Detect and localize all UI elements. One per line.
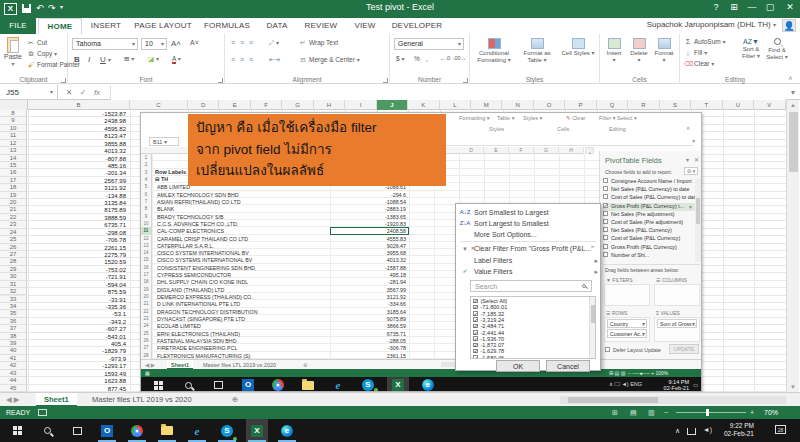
horizontal-scroll-thumb[interactable] [568, 397, 658, 403]
page-layout-view-icon[interactable]: ▤ [630, 406, 637, 419]
skype-icon[interactable]: S [216, 419, 238, 442]
row-header-40[interactable]: 40 [0, 347, 27, 354]
zoom-slider[interactable] [676, 412, 746, 413]
row-header-19[interactable]: 19 [0, 192, 27, 199]
scroll-up-icon[interactable]: ▲ [787, 100, 799, 110]
cell-value[interactable]: 8123.47 [30, 133, 126, 139]
row-header-9[interactable]: 9 [0, 117, 27, 124]
row-header-11[interactable]: 11 [0, 132, 27, 139]
task-view-icon[interactable] [66, 419, 88, 442]
cell-value[interactable]: -201.34 [30, 170, 126, 176]
column-header-E[interactable]: E [219, 100, 250, 110]
cell-value[interactable]: 1593.49 [30, 371, 126, 377]
column-header-S[interactable]: S [660, 100, 691, 110]
row-header-24[interactable]: 24 [0, 229, 27, 236]
column-header-I[interactable]: I [345, 100, 376, 110]
orientation-button[interactable]: ⤢ ▾ [269, 39, 279, 47]
vertical-scroll-thumb[interactable] [789, 112, 798, 172]
row-header-33[interactable]: 33 [0, 296, 27, 303]
formula-input[interactable] [110, 85, 786, 100]
column-header-M[interactable]: M [471, 100, 502, 110]
cell-value[interactable]: -1829.79 [30, 348, 126, 354]
search-icon[interactable] [36, 419, 58, 442]
zoom-slider-thumb[interactable] [706, 409, 709, 416]
cell-value[interactable]: -706.78 [30, 237, 126, 243]
cell-value[interactable]: -594.04 [30, 282, 126, 288]
vertical-scrollbar[interactable]: ▲ ▼ [786, 100, 799, 392]
row-header-43[interactable]: 43 [0, 370, 27, 377]
cell-value[interactable]: 2438.98 [30, 118, 126, 124]
expand-formula-bar-icon[interactable]: ▾ [786, 85, 800, 100]
cell-value[interactable]: -973.9 [30, 356, 126, 362]
scroll-down-icon[interactable]: ▼ [787, 382, 799, 392]
horizontal-scrollbar[interactable] [560, 396, 786, 404]
column-header-N[interactable]: N [503, 100, 534, 110]
cell-value[interactable]: 3888.59 [30, 215, 126, 221]
font-dialog-launcher[interactable] [218, 78, 223, 83]
zoom-in-icon[interactable]: + [750, 406, 754, 419]
cell-value[interactable]: 485.16 [30, 163, 126, 169]
zoom-out-icon[interactable]: − [664, 406, 668, 419]
cell-value[interactable]: -543.01 [30, 334, 126, 340]
clear-button[interactable]: ⌫Clear ▾ [684, 60, 714, 68]
row-header-16[interactable]: 16 [0, 169, 27, 176]
sheet-tab-sheet1[interactable]: Sheet1 [36, 393, 77, 407]
row-header-21[interactable]: 21 [0, 206, 27, 213]
cut-button[interactable]: ✂Cut [27, 39, 47, 47]
wrap-text-button[interactable]: ↵Wrap Text [299, 39, 338, 47]
restore-button[interactable]: ▢ [762, 2, 778, 12]
cell-value[interactable]: -298.08 [30, 230, 126, 236]
font-color-button[interactable]: A ▾ [172, 55, 181, 62]
close-button[interactable]: ✕ [782, 2, 798, 12]
column-header-L[interactable]: L [440, 100, 471, 110]
column-header-O[interactable]: O [534, 100, 565, 110]
row-header-30[interactable]: 30 [0, 273, 27, 280]
cell-value[interactable]: 875.59 [30, 289, 126, 295]
format-as-table-button[interactable]: Format as Table ▾ [516, 38, 558, 64]
column-header-U[interactable]: U [723, 100, 754, 110]
page-break-view-icon[interactable]: ▥ [648, 406, 655, 419]
select-all-corner[interactable] [0, 100, 28, 110]
cell-value[interactable]: -53.1 [30, 311, 126, 317]
column-header-B[interactable]: B [28, 100, 130, 110]
delete-cells-button[interactable]: Delete▾ [627, 38, 651, 64]
column-header-C[interactable]: C [130, 100, 188, 110]
ribbon-tab-view[interactable]: VIEW [346, 18, 384, 34]
row-header-13[interactable]: 13 [0, 147, 27, 154]
row-header-27[interactable]: 27 [0, 251, 27, 258]
align-top-button[interactable]: ≡≡≡ [231, 39, 258, 46]
find-select-button[interactable]: Find & Select ▾ [764, 38, 790, 61]
cell-value[interactable]: 8175.89 [30, 207, 126, 213]
row-header-8[interactable]: 8 [0, 110, 27, 117]
cell-value[interactable]: 3135.84 [30, 200, 126, 206]
row-header-37[interactable]: 37 [0, 325, 27, 332]
cell-value[interactable]: 405.4 [30, 341, 126, 347]
grow-font-button[interactable]: A˄ [171, 39, 181, 48]
paste-button[interactable]: Paste▾ [2, 37, 24, 67]
decrease-decimal-button[interactable]: .00→ [453, 55, 466, 61]
column-header-K[interactable]: K [408, 100, 439, 110]
clock[interactable]: 9:22 PM02-Feb-21 [704, 422, 754, 438]
cell-value[interactable]: -134.88 [30, 193, 126, 199]
percent-button[interactable]: % [414, 55, 420, 62]
increase-decimal-button[interactable]: ←.0 [440, 55, 450, 61]
conditional-formatting-button[interactable]: Conditional Formatting ▾ [472, 38, 516, 64]
number-dialog-launcher[interactable] [463, 78, 468, 83]
fill-color-button[interactable]: ◪ ▾ [148, 55, 159, 63]
enter-entry-icon[interactable]: ✓ [76, 85, 90, 100]
network-icon[interactable] [687, 428, 696, 435]
row-header-18[interactable]: 18 [0, 184, 27, 191]
row-header-17[interactable]: 17 [0, 177, 27, 184]
row-header-41[interactable]: 41 [0, 355, 27, 362]
row-header-29[interactable]: 29 [0, 266, 27, 273]
sheet-tab-master[interactable]: Master files LTL 2019 vs 2020 [84, 393, 200, 407]
minimize-button[interactable]: — [744, 2, 760, 12]
comma-button[interactable]: , [426, 55, 428, 62]
cell-value[interactable]: -807.88 [30, 156, 126, 162]
merge-center-button[interactable]: ⊟Merge & Center ▾ [299, 56, 360, 64]
row-header-31[interactable]: 31 [0, 281, 27, 288]
cell-value[interactable]: 4595.82 [30, 126, 126, 132]
cell-value[interactable]: 1623.88 [30, 378, 126, 384]
column-header-G[interactable]: G [282, 100, 313, 110]
fill-button[interactable]: ⤓Fill ▾ [684, 49, 707, 57]
